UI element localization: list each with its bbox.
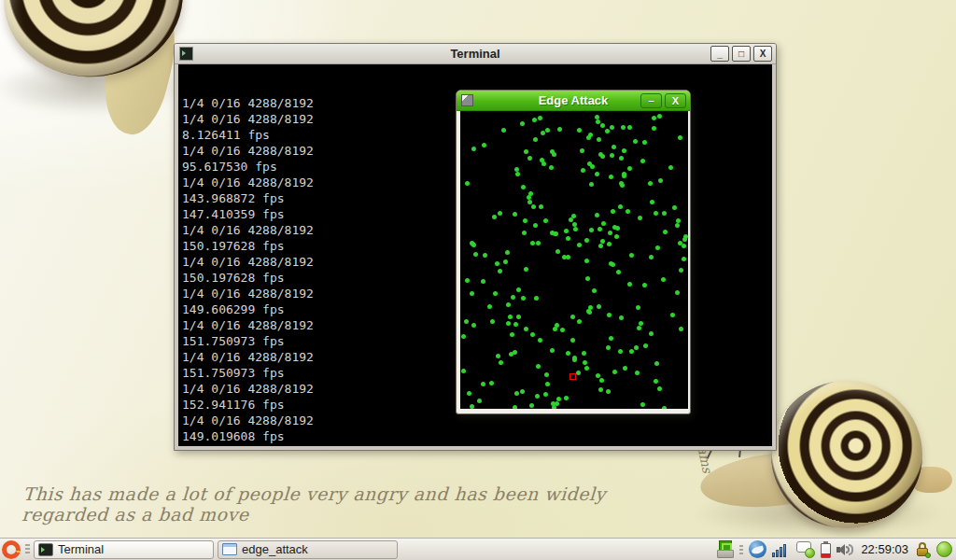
- taskbar-item-edge-attack[interactable]: edge_attack: [218, 540, 398, 559]
- bullet-dot: [465, 278, 470, 283]
- battery-icon[interactable]: [821, 541, 831, 558]
- bullet-dot: [654, 379, 658, 384]
- bullet-dot: [534, 296, 539, 301]
- edge-attack-titlebar[interactable]: Edge Attack – X: [457, 91, 690, 111]
- terminal-icon: [38, 543, 53, 556]
- game-playfield[interactable]: [460, 111, 688, 409]
- bullet-dot: [471, 323, 476, 328]
- bullet-dot: [523, 218, 527, 223]
- bullet-dot: [663, 230, 668, 234]
- maximize-button[interactable]: □: [732, 46, 751, 62]
- bullet-dot: [662, 406, 667, 409]
- bullet-dot: [470, 404, 474, 409]
- bullet-dot: [598, 152, 603, 157]
- minimize-button[interactable]: –: [640, 93, 662, 108]
- bullet-dot: [600, 123, 605, 128]
- bullet-dot: [652, 116, 656, 120]
- bullet-dot: [490, 319, 495, 324]
- bullet-dot: [471, 147, 476, 151]
- messenger-status-icon[interactable]: [796, 541, 815, 558]
- thunderbird-icon[interactable]: [749, 540, 766, 558]
- volume-icon[interactable]: [836, 542, 853, 557]
- bullet-dot: [551, 401, 555, 406]
- bullet-dot: [679, 327, 683, 331]
- bullet-dot: [657, 114, 662, 119]
- bullet-dot: [668, 165, 673, 170]
- bullet-dot: [539, 204, 543, 209]
- bullet-dot: [642, 140, 647, 145]
- edge-attack-window: Edge Attack – X: [456, 90, 691, 414]
- bullet-dot: [584, 366, 589, 371]
- bullet-dot: [640, 159, 645, 163]
- terminal-output-line: 149.019608 fps: [182, 428, 772, 444]
- bullet-dot: [572, 222, 577, 227]
- bullet-dot: [577, 128, 582, 133]
- disk-mount-icon[interactable]: [717, 540, 734, 558]
- bullet-dot: [619, 315, 624, 320]
- bullet-dot: [521, 185, 526, 189]
- bullet-dot: [609, 175, 613, 179]
- bullet-dot: [622, 174, 626, 178]
- taskbar: Terminal edge_attack 22:59:03: [0, 538, 956, 560]
- bullet-dot: [528, 191, 533, 196]
- close-button[interactable]: X: [665, 93, 686, 108]
- bullet-dot: [683, 234, 688, 239]
- bullet-dot: [535, 394, 540, 399]
- bullet-dot: [585, 276, 590, 281]
- panel-handle[interactable]: [25, 544, 30, 555]
- bullet-dot: [566, 255, 570, 259]
- bullet-dot: [570, 338, 575, 343]
- bullet-dot: [627, 125, 632, 130]
- bullet-dot: [531, 204, 536, 209]
- bullet-dot: [618, 204, 623, 209]
- bullet-dot: [483, 253, 487, 258]
- bullet-dot: [501, 128, 506, 133]
- bullet-dot: [592, 288, 597, 293]
- bullet-dot: [550, 149, 555, 154]
- ubuntu-menu-icon[interactable]: [2, 540, 21, 559]
- bullet-dot: [572, 357, 577, 362]
- bullet-dot: [533, 223, 538, 228]
- bullet-dot: [470, 291, 474, 296]
- network-signal-icon[interactable]: [772, 542, 791, 557]
- bullet-dot: [581, 168, 585, 173]
- bullet-dot: [598, 244, 603, 248]
- bullet-dot: [670, 313, 675, 317]
- bullet-dot: [543, 218, 548, 223]
- taskbar-item-terminal[interactable]: Terminal: [34, 540, 214, 559]
- bullet-dot: [650, 200, 654, 204]
- bullet-dot: [477, 399, 482, 403]
- terminal-titlebar[interactable]: Terminal _ □ X: [175, 44, 776, 64]
- bullet-dot: [598, 227, 602, 231]
- bullet-dot: [577, 319, 582, 324]
- bullet-dot: [616, 270, 621, 274]
- bullet-dot: [481, 382, 485, 386]
- bullet-dot: [536, 241, 541, 245]
- bullet-dot: [682, 244, 686, 248]
- bullet-dot: [513, 405, 517, 409]
- bullet-dot: [609, 261, 613, 266]
- bullet-dot: [599, 378, 604, 383]
- bullet-dot: [589, 182, 594, 187]
- close-button[interactable]: X: [753, 46, 772, 62]
- bullet-dot: [498, 211, 502, 216]
- bullet-dot: [509, 352, 513, 357]
- bullet-dot: [636, 305, 640, 310]
- bullet-dot: [524, 327, 528, 331]
- bullet-dot: [590, 164, 595, 169]
- clock[interactable]: 22:59:03: [859, 542, 910, 556]
- bullet-dot: [527, 156, 532, 161]
- session-status-icon[interactable]: [936, 541, 952, 557]
- bullet-dot: [614, 234, 619, 239]
- bullet-dot: [661, 277, 666, 282]
- bullet-dot: [515, 172, 520, 176]
- bullet-dot: [514, 391, 519, 396]
- bullet-dot: [492, 215, 497, 219]
- bullet-dot: [464, 319, 469, 324]
- bullet-dot: [545, 128, 550, 133]
- keyring-icon[interactable]: [916, 541, 931, 558]
- minimize-button[interactable]: _: [710, 46, 729, 62]
- task-label: edge_attack: [242, 542, 308, 556]
- bullet-dot: [538, 338, 542, 343]
- bullet-dot: [676, 218, 681, 223]
